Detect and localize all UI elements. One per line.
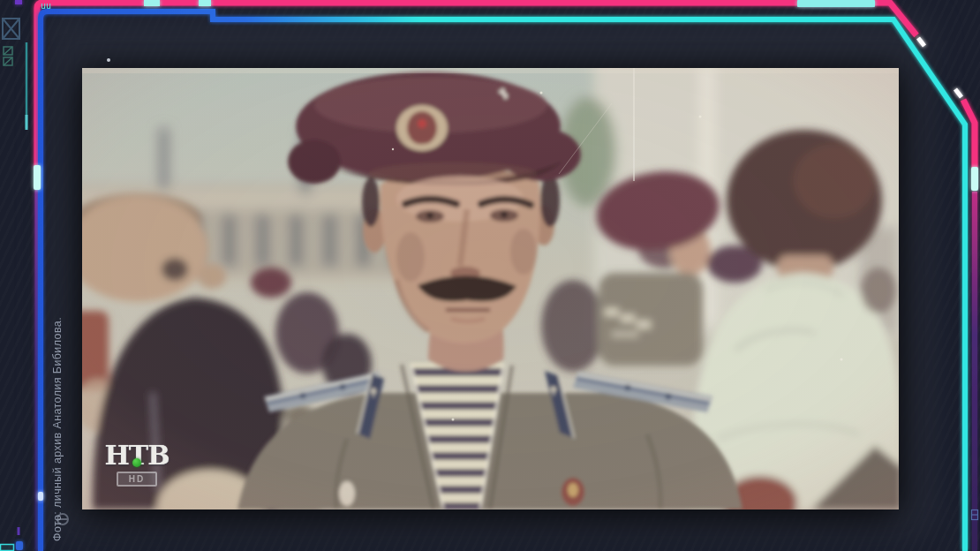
channel-logo: НТВ HD — [103, 442, 170, 487]
uu-glyph-icon: uu — [41, 1, 51, 11]
channel-logo-green-dot-icon — [132, 458, 141, 467]
photo-artifacts — [82, 68, 899, 509]
window-glyph-icon — [972, 510, 978, 520]
archive-photo — [82, 68, 899, 509]
x-box-icon — [3, 19, 19, 39]
photo-credit-label: Фото: личный архив Анатолия Бибилова. — [51, 248, 64, 541]
photo-scene — [82, 68, 899, 509]
dotted-grid-icon — [4, 47, 12, 65]
hd-quality-badge: HD — [117, 472, 157, 487]
tv-frame: uu Фото: личны — [0, 0, 980, 551]
